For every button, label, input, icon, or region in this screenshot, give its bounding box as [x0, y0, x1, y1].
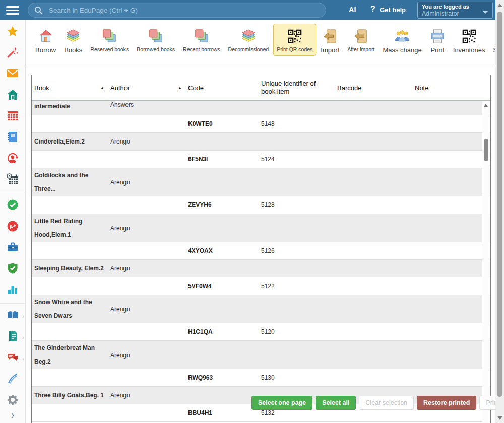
toolbar-item-print[interactable]: Print — [426, 24, 449, 57]
toolbar-item-label: Inventories — [453, 46, 485, 54]
page-scrollbar[interactable] — [495, 0, 504, 423]
top-bar: AI ? Get help You are logged as Administ… — [0, 0, 495, 20]
toolbar-item-label: Print — [430, 46, 444, 54]
sidebar-item-11[interactable] — [6, 263, 20, 276]
book-author: Arengo — [110, 392, 188, 399]
chevron-right-icon: › — [22, 356, 24, 362]
table-row-copy[interactable]: RWQ963 5130 — [32, 369, 490, 387]
sidebar-item-0[interactable] — [6, 26, 20, 39]
toolbar-item-borrow[interactable]: Borrow — [32, 24, 59, 57]
table-scrollbar-thumb[interactable] — [484, 139, 488, 161]
left-sidebar: A+›››› — [0, 20, 26, 423]
column-header-author[interactable]: Author ▲ — [110, 84, 188, 92]
get-help-button[interactable]: Get help — [380, 6, 406, 14]
toolbar-item-label: After import — [347, 46, 374, 52]
table-row-copy[interactable]: 6F5N3I 5124 — [32, 151, 490, 168]
table-row-book[interactable]: Goldilocks and the Three... Arengo — [32, 168, 490, 196]
logged-as-label: You are logged as — [422, 4, 488, 10]
toolbar-item-borrowed-books[interactable]: Borrowed books — [133, 24, 178, 56]
book-title: Snow Whire and the Seven Dwars — [32, 296, 110, 323]
envelope-icon — [7, 67, 19, 82]
page-scrollbar-thumb[interactable] — [497, 12, 502, 397]
sidebar-item-6[interactable] — [6, 153, 20, 166]
scroll-up-arrow-icon[interactable] — [484, 104, 488, 107]
copy-unique-id: 5122 — [261, 283, 337, 290]
search-input[interactable] — [48, 6, 320, 15]
import-arrow-icon — [323, 27, 338, 44]
toolbar-item-import[interactable]: Import — [317, 24, 343, 57]
bar-chart-icon — [7, 284, 19, 298]
notes-icon — [7, 330, 19, 344]
table-row-copy[interactable]: 5VF0W4 5122 — [32, 277, 490, 295]
table-row-book[interactable]: Cinderella,Elem.2 Arengo — [32, 133, 490, 151]
table-row-book[interactable]: Snow Whire and the Seven Dwars Arengo — [32, 295, 490, 323]
sort-asc-icon: ▲ — [100, 86, 104, 90]
sidebar-item-10[interactable] — [6, 242, 20, 255]
people-icon — [394, 27, 410, 44]
select-one-page-button[interactable]: Select one page — [251, 396, 312, 410]
column-header-barcode[interactable]: Barcode — [337, 84, 415, 92]
sidebar-item-17[interactable] — [6, 394, 20, 407]
toolbar-item-after-import[interactable]: After import — [344, 24, 378, 56]
gear-icon — [7, 394, 19, 408]
sidebar-item-5[interactable] — [6, 131, 20, 145]
shield-check-icon — [7, 262, 19, 276]
table-row-copy[interactable]: ZEVYH6 5128 — [32, 196, 490, 214]
book-author: Arengo — [110, 306, 188, 313]
hamburger-menu-icon[interactable] — [6, 6, 19, 15]
book-author: Arengo — [110, 351, 188, 359]
sort-asc-icon: ▲ — [178, 86, 182, 90]
table-row-book[interactable]: intermediale Answers — [32, 101, 490, 115]
copy-code: ZEVYH6 — [188, 201, 261, 208]
select-all-button[interactable]: Select all — [316, 396, 356, 410]
sidebar-item-12[interactable] — [6, 284, 20, 297]
book-author: Arengo — [110, 225, 188, 232]
table-scrollbar[interactable] — [482, 101, 490, 423]
table-row-book[interactable]: Little Red Riding Hood,Elem.1 Arengo — [32, 214, 490, 242]
toolbar-item-books[interactable]: Books — [60, 24, 86, 57]
sidebar-expand-button[interactable]: › — [6, 407, 20, 423]
table-row-copy[interactable]: 4XYOAX 5126 — [32, 242, 490, 260]
star-icon — [7, 25, 19, 39]
sidebar-item-9[interactable]: A+ — [6, 221, 20, 234]
column-header-code[interactable]: Code — [188, 84, 261, 92]
toolbar-item-recent-borrows[interactable]: Recent borrows — [179, 24, 224, 56]
sidebar-divider — [0, 303, 26, 304]
sidebar-item-13[interactable]: › — [6, 310, 20, 323]
sidebar-item-2[interactable] — [6, 68, 20, 81]
global-search[interactable] — [28, 3, 326, 18]
search-icon — [34, 6, 43, 15]
clear-selection-button[interactable]: Clear selection — [359, 396, 414, 410]
sidebar-item-1[interactable] — [6, 47, 20, 60]
sidebar-item-4[interactable] — [6, 110, 20, 123]
sidebar-item-7[interactable] — [6, 174, 20, 187]
column-header-book[interactable]: Book ▲ — [32, 84, 110, 92]
column-header-unique-id[interactable]: Unique identifier of book item — [261, 80, 337, 96]
restore-printed-button[interactable]: Restore printed — [417, 396, 476, 410]
scroll-down-arrow-icon[interactable] — [497, 416, 502, 420]
sidebar-item-14[interactable]: › — [6, 331, 20, 344]
ai-button[interactable]: AI — [349, 6, 356, 14]
chevron-right-icon: › — [22, 313, 24, 319]
toolbar-item-decommissioned[interactable]: Decommissioned — [225, 24, 273, 56]
scroll-up-arrow-icon[interactable] — [497, 4, 502, 7]
copy-code: 4XYOAX — [188, 247, 261, 254]
toolbar-item-print-qr-codes[interactable]: Print QR codes — [273, 24, 316, 56]
toolbar-item-mass-change[interactable]: Mass change — [379, 24, 425, 57]
toolbar-item-reserved-books[interactable]: Reserved books — [87, 24, 132, 56]
squares-icon — [148, 27, 163, 44]
table-row-copy[interactable]: H1C1QA 5120 — [32, 323, 490, 341]
sidebar-item-3[interactable] — [6, 89, 20, 102]
sidebar-item-15[interactable]: › — [6, 352, 20, 365]
sidebar-item-8[interactable] — [6, 199, 20, 213]
table-row-book[interactable]: The Ginderbreat Man Beg.2 Arengo — [32, 341, 490, 369]
logged-in-dropdown[interactable]: You are logged as Administrator — [417, 2, 493, 19]
toolbar-item-inventories[interactable]: Inventories — [450, 24, 489, 57]
column-header-note[interactable]: Note — [415, 84, 482, 92]
book-open-icon — [7, 309, 19, 323]
help-question-icon[interactable]: ? — [370, 5, 375, 14]
calendar-grid-icon — [7, 110, 19, 124]
sidebar-item-16[interactable] — [6, 373, 20, 386]
table-row-copy[interactable]: K0WTE0 5148 — [32, 115, 490, 133]
table-row-book[interactable]: Sleeping Beauty, Elem.2 Arengo — [32, 260, 490, 277]
